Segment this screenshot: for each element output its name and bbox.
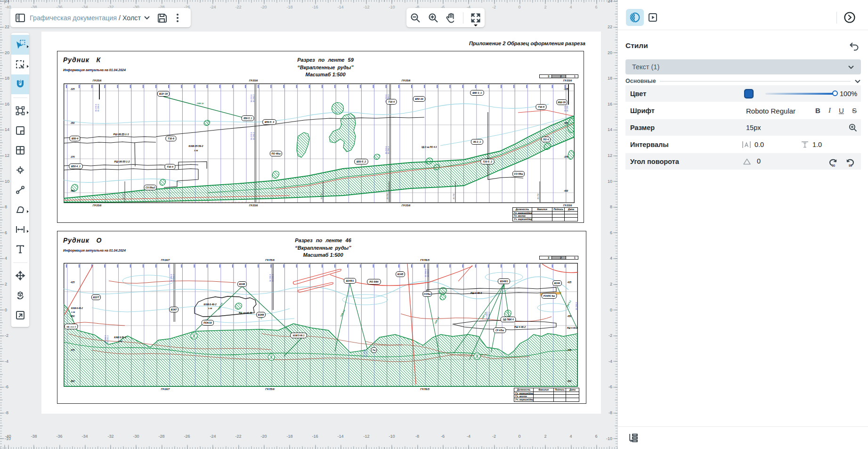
svg-text:РО 5/64: РО 5/64 [369, 280, 378, 283]
svg-text:СР 4/5ш: СР 4/5ш [495, 329, 504, 332]
svg-text:В50-3б: В50-3б [415, 98, 423, 100]
svg-text:В50-4: В50-4 [72, 137, 78, 140]
svg-text:1:34: 1:34 [194, 149, 198, 152]
svg-text:-500: -500 [567, 380, 572, 383]
svg-text:В344: В344 [554, 282, 560, 285]
svg-text:29.750: 29.750 [453, 193, 455, 199]
svg-text:РШ 4-46-2: РШ 4-46-2 [514, 326, 526, 328]
svg-text:-350: -350 [564, 122, 568, 124]
svg-text:РШ-06-55-1-2: РШ-06-55-1-2 [114, 160, 130, 163]
svg-text:1:34: 1:34 [118, 340, 122, 343]
svg-text:-400: -400 [564, 190, 568, 192]
svg-text:-450: -450 [70, 315, 75, 318]
svg-text:КАМ-6-46-2: КАМ-6-46-2 [204, 303, 217, 306]
svg-text:-375: -375 [70, 156, 75, 158]
svg-text:1:34: 1:34 [71, 311, 75, 313]
svg-text:29.750: 29.750 [537, 193, 539, 199]
svg-text:29.750: 29.750 [320, 193, 323, 199]
svg-text:-400: -400 [70, 190, 75, 192]
svg-text:-475: -475 [567, 349, 572, 351]
svg-text:35 286.1: 35 286.1 [97, 104, 99, 112]
svg-text:В346: В346 [239, 283, 245, 286]
svg-text:В345: В345 [397, 273, 404, 276]
svg-text:33 282.4: 33 282.4 [427, 269, 429, 277]
svg-text:3Д-2 на ПО 4-3: 3Д-2 на ПО 4-3 [422, 146, 437, 148]
svg-text:33 282.4: 33 282.4 [106, 335, 109, 343]
svg-text:33 282.4: 33 282.4 [172, 274, 175, 282]
svg-text:Т30-5: Т30-5 [538, 106, 544, 108]
svg-text:7ш: 7ш [373, 349, 376, 351]
svg-text:-475: -475 [70, 349, 75, 351]
svg-text:35 286.1: 35 286.1 [387, 146, 389, 154]
svg-text:-325: -325 [564, 88, 568, 90]
svg-text:29.750: 29.750 [122, 193, 124, 199]
svg-text:-450: -450 [567, 315, 572, 318]
svg-text:СО5ш: СО5ш [423, 293, 431, 295]
svg-text:-375: -375 [564, 156, 568, 158]
svg-text:В345/1: В345/1 [346, 279, 354, 282]
svg-text:ВЗУ-39: ВЗУ-39 [159, 92, 168, 95]
svg-text:РШ 4-46-2: РШ 4-46-2 [567, 327, 578, 329]
svg-text:СО-58ш2: СО-58ш2 [146, 187, 155, 189]
svg-text:-500: -500 [70, 380, 75, 383]
svg-text:33 282.4: 33 282.4 [271, 274, 274, 282]
svg-text:В50-5_3: В50-5_3 [265, 121, 274, 123]
svg-text:ВШ-2б: ВШ-2б [558, 101, 566, 104]
svg-text:33 282.4: 33 282.4 [365, 349, 368, 357]
svg-text:-425: -425 [567, 281, 572, 284]
svg-text:В346/1: В346/1 [500, 280, 508, 283]
svg-text:РО4/5С 6ш: РО4/5С 6ш [544, 295, 555, 297]
svg-text:Т30-4: Т30-4 [388, 100, 395, 103]
svg-text:90: 90 [832, 164, 836, 167]
svg-text:ПО 48ш: ПО 48ш [271, 152, 281, 155]
svg-text:В367: В367 [171, 308, 178, 311]
svg-text:-425: -425 [70, 281, 75, 284]
svg-text:СО-58ш: СО-58ш [514, 172, 523, 175]
svg-text:35 286.1: 35 286.1 [566, 104, 568, 112]
svg-text:В50-5_1: В50-5_1 [243, 117, 252, 120]
svg-text:29.750: 29.750 [386, 193, 389, 199]
svg-text:КАМ 5-46-1: КАМ 5-46-1 [293, 335, 305, 337]
svg-text:КАМ 6-50-3: КАМ 6-50-3 [114, 336, 126, 339]
svg-text:В50-4_1: В50-4_1 [71, 165, 81, 168]
svg-text:ПО6/10: ПО6/10 [203, 321, 212, 324]
svg-text:Т30-4: Т30-4 [167, 165, 173, 168]
svg-text:-325: -325 [70, 88, 75, 90]
svg-text:80.3_1: 80.3_1 [473, 140, 481, 143]
svg-text:В60 3_1: В60 3_1 [472, 91, 482, 94]
svg-text:РШ-06-55-1-3: РШ-06-55-1-3 [114, 133, 129, 136]
svg-text:33 282.4: 33 282.4 [488, 311, 490, 319]
svg-text:Т20-5_3: Т20-5_3 [483, 160, 492, 163]
svg-text:35 286.1: 35 286.1 [252, 132, 255, 140]
svg-text:Т30-6: Т30-6 [168, 137, 174, 140]
svg-text:1:34: 1:34 [208, 307, 212, 310]
svg-text:В50-5_2: В50-5_2 [357, 160, 366, 163]
svg-text:ВЗУ7: ВЗУ7 [93, 296, 99, 299]
svg-text:33 282.4: 33 282.4 [577, 302, 578, 310]
svg-text:-350: -350 [70, 122, 75, 124]
svg-text:90: 90 [849, 164, 852, 167]
svg-text:БЦ_пол6-46: БЦ_пол6-46 [239, 312, 252, 314]
svg-text:ЗД_пол 1: ЗД_пол 1 [66, 326, 76, 328]
svg-text:СКВ 1д: СКВ 1д [197, 102, 204, 105]
svg-text:35 286.1: 35 286.1 [252, 94, 255, 102]
svg-text:ПО 4: ПО 4 [543, 138, 549, 141]
svg-text:КАМ-05-59-2: КАМ-05-59-2 [189, 145, 203, 147]
svg-text:ВЗК6: ВЗК6 [258, 313, 264, 316]
svg-text:ЗД ПВК 4: ЗД ПВК 4 [503, 318, 514, 321]
svg-text:КАМ-6-46-2: КАМ-6-46-2 [71, 307, 83, 310]
svg-text:РШ 4-46-3: РШ 4-46-3 [471, 292, 482, 294]
